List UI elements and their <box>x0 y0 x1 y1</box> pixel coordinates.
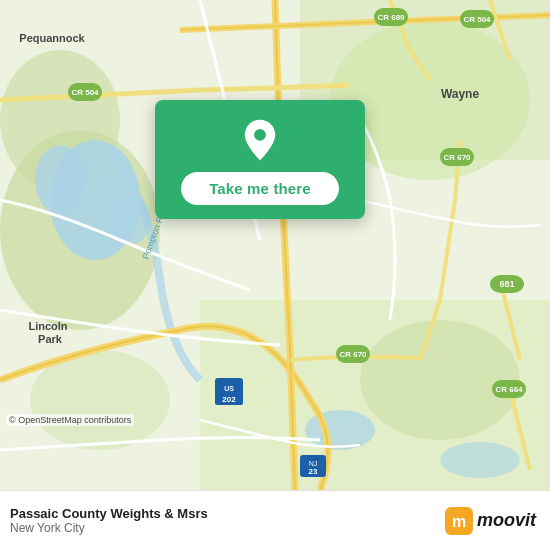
svg-text:CR 670: CR 670 <box>443 153 471 162</box>
svg-text:681: 681 <box>499 279 514 289</box>
svg-text:202: 202 <box>222 395 236 404</box>
svg-point-9 <box>35 145 85 215</box>
svg-text:CR 664: CR 664 <box>495 385 523 394</box>
moovit-logo: m moovit <box>445 507 536 535</box>
svg-text:Park: Park <box>38 333 63 345</box>
place-city: New York City <box>10 521 208 535</box>
svg-text:CR 689: CR 689 <box>377 13 405 22</box>
svg-text:US: US <box>224 385 234 392</box>
svg-point-12 <box>440 442 520 478</box>
moovit-text: moovit <box>477 510 536 531</box>
map-attribution: © OpenStreetMap contributors <box>6 414 134 426</box>
take-me-there-button[interactable]: Take me there <box>181 172 339 205</box>
bottom-bar: Passaic County Weights & Msrs New York C… <box>0 490 550 550</box>
location-pin-icon <box>238 118 282 162</box>
place-name: Passaic County Weights & Msrs <box>10 506 208 521</box>
svg-text:CR 670: CR 670 <box>339 350 367 359</box>
svg-text:Lincoln: Lincoln <box>28 320 67 332</box>
moovit-icon: m <box>445 507 473 535</box>
map-container: US 202 NJ 23 CR 504 CR 504 CR 689 CR 670… <box>0 0 550 490</box>
svg-text:CR 504: CR 504 <box>463 15 491 24</box>
place-info: Passaic County Weights & Msrs New York C… <box>10 506 208 535</box>
location-card: Take me there <box>155 100 365 219</box>
svg-text:23: 23 <box>309 467 318 476</box>
svg-point-39 <box>254 129 266 141</box>
svg-point-11 <box>305 410 375 450</box>
svg-text:Wayne: Wayne <box>441 87 480 101</box>
svg-text:Pequannock: Pequannock <box>19 32 85 44</box>
svg-text:m: m <box>452 513 466 530</box>
svg-text:NJ: NJ <box>309 460 318 467</box>
svg-point-6 <box>360 320 520 440</box>
svg-text:CR 504: CR 504 <box>71 88 99 97</box>
